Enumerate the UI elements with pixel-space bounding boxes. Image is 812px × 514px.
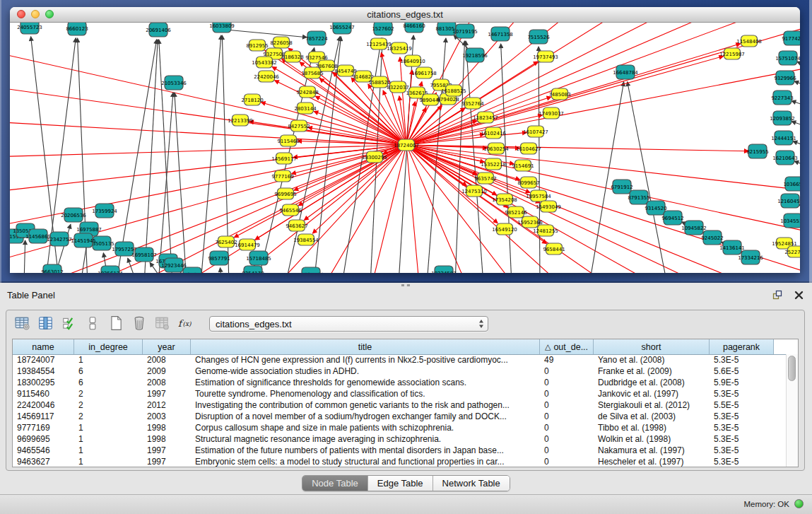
scrollbar-thumb[interactable]	[788, 356, 796, 381]
graph-node[interactable]: 9857791	[208, 251, 230, 265]
graph-node[interactable]: 8215955	[746, 144, 768, 158]
table-row[interactable]: 1830029562008Estimation of significance …	[13, 377, 787, 388]
graph-node[interactable]: 15352218	[481, 158, 506, 170]
graph-node[interactable]: 9352764	[461, 98, 484, 109]
graph-node[interactable]: 9699695	[274, 188, 296, 199]
graph-node[interactable]: 9254170	[242, 266, 264, 273]
table-row[interactable]: 1456911722003Disruption of a novel membe…	[13, 411, 787, 422]
graph-node[interactable]: 8099657	[517, 177, 539, 188]
graph-node[interactable]: 17359924	[92, 204, 117, 218]
graph-node[interactable]: 17334216	[738, 250, 763, 264]
graph-node[interactable]: 7515526	[527, 30, 550, 44]
graph-node[interactable]: 12444151	[771, 131, 796, 145]
window-titlebar[interactable]: citations_edges.txt	[10, 7, 800, 23]
column-header-year[interactable]: year	[143, 339, 191, 354]
graph-node[interactable]: 12342757	[47, 232, 72, 246]
delete-column-button[interactable]	[129, 314, 150, 334]
graph-node[interactable]: 12093852	[770, 111, 795, 125]
column-header-out-de[interactable]: △out_de...	[540, 339, 594, 354]
graph-node[interactable]: 8912955	[246, 40, 268, 51]
table-row[interactable]: 946554611997Estimation of the future num…	[13, 445, 787, 456]
graph-node[interactable]: 15718485	[246, 251, 271, 265]
graph-node[interactable]: 12213399	[228, 115, 253, 126]
table-row[interactable]: 946362711997Embryonic stem cells: a mode…	[13, 456, 787, 467]
graph-node[interactable]: 7857224	[305, 31, 328, 45]
graph-node[interactable]: 1036655	[783, 177, 800, 191]
graph-node[interactable]: 9465546	[279, 204, 302, 216]
table-row[interactable]: 2242004622012Investigating the contribut…	[13, 399, 787, 411]
graph-node[interactable]: 9245022	[701, 230, 723, 245]
graph-node[interactable]: 16107427	[523, 126, 548, 137]
graph-node[interactable]: 16104627	[516, 143, 541, 154]
table-row[interactable]: 1938455462009Genome-wide association stu…	[13, 366, 787, 377]
graph-node[interactable]: 12160455	[777, 194, 800, 208]
graph-node[interactable]: 16648784	[613, 65, 638, 79]
table-scrollbar[interactable]	[786, 354, 798, 467]
graph-node[interactable]: 11235466	[298, 267, 324, 273]
function-builder-button[interactable]: f(x)	[175, 314, 196, 334]
graph-node[interactable]: 20206536	[61, 208, 86, 222]
show-columns-button[interactable]	[35, 314, 57, 334]
graph-node[interactable]: 14671358	[488, 27, 513, 41]
graph-node[interactable]: 10234587	[431, 266, 457, 273]
tab-edge-table[interactable]: Edge Table	[368, 476, 433, 491]
graph-node[interactable]: 2718120	[241, 94, 263, 105]
graph-node[interactable]: 16961758	[411, 67, 437, 78]
graph-node[interactable]: 16549120	[492, 223, 517, 235]
table-row[interactable]: 969969511998Structural magnetic resonanc…	[13, 433, 787, 445]
graph-node[interactable]: 16033809	[209, 23, 235, 33]
graph-node[interactable]: 8791355	[628, 190, 649, 204]
graph-node[interactable]: 10945822	[681, 221, 707, 235]
graph-node[interactable]: 8427552	[288, 120, 310, 132]
column-header-in-degree[interactable]: in_degree	[74, 339, 143, 354]
graph-node[interactable]: 8135247	[181, 267, 203, 273]
graph-node[interactable]: 9115460	[277, 135, 299, 146]
table-row[interactable]: 911546021997Tourette syndrome. Phenomeno…	[13, 388, 787, 399]
create-column-button[interactable]	[105, 314, 126, 334]
graph-node[interactable]: 1875685	[301, 67, 323, 78]
graph-node[interactable]: 8226058	[270, 37, 292, 48]
graph-node[interactable]: 9663012	[41, 264, 63, 273]
graph-node[interactable]: 9777169	[271, 170, 293, 182]
graph-node[interactable]: 9852146	[505, 206, 527, 218]
graph-node[interactable]: 8186328	[281, 51, 303, 62]
graph-node[interactable]: 18640910	[400, 55, 425, 66]
graph-node[interactable]: 10719195	[452, 24, 478, 38]
graph-node[interactable]: 24055723	[17, 23, 42, 34]
float-panel-icon[interactable]	[771, 288, 784, 301]
graph-node[interactable]: 9154691	[512, 160, 534, 171]
graph-node[interactable]: 8466160	[403, 23, 425, 33]
graph-node[interactable]: 16958107	[131, 247, 157, 262]
graph-node[interactable]: 9227343	[771, 90, 793, 105]
graph-node[interactable]: 11451945	[71, 233, 96, 247]
tab-node-table[interactable]: Node Table	[302, 476, 368, 491]
graph-node[interactable]: 9329966	[774, 71, 796, 85]
graph-node[interactable]: 14136141	[719, 240, 745, 255]
graph-node[interactable]: 1527602	[372, 23, 394, 35]
import-table-button[interactable]	[152, 314, 173, 334]
column-header-short[interactable]: short	[594, 339, 710, 354]
graph-node[interactable]: 11548408	[736, 35, 762, 47]
graph-node[interactable]: 9463627	[286, 220, 307, 231]
graph-node[interactable]: 8660123	[66, 23, 88, 35]
graph-node[interactable]: 7625402	[215, 236, 237, 247]
graph-node[interactable]: 18957584	[526, 190, 551, 201]
graph-node[interactable]: 7485083	[548, 88, 570, 100]
column-header-title[interactable]: title	[191, 339, 540, 354]
row-selector-button[interactable]	[82, 314, 103, 334]
graph-node[interactable]: 16210643	[772, 151, 798, 165]
table-selector-dropdown[interactable]: citations_edges.txt	[209, 316, 488, 332]
graph-node[interactable]: 2803144	[294, 103, 317, 114]
graph-node[interactable]: 12215987	[719, 48, 745, 59]
graph-node[interactable]: 9177424	[782, 31, 800, 45]
memory-indicator[interactable]: Memory: OK	[743, 499, 804, 508]
column-header-pagerank[interactable]: pagerank	[710, 339, 774, 354]
network-canvas[interactable]: 1872400724055723866012320691406160338097…	[10, 23, 800, 273]
graph-node[interactable]: 21053346	[161, 76, 187, 90]
graph-node[interactable]: 20691406	[146, 23, 171, 37]
tab-network-table[interactable]: Network Table	[433, 476, 510, 491]
graph-node[interactable]: 10356124	[98, 266, 123, 273]
graph-node[interactable]: 14569117	[271, 153, 297, 164]
table-settings-button[interactable]	[12, 314, 33, 334]
graph-node[interactable]: 17493037	[539, 107, 564, 119]
